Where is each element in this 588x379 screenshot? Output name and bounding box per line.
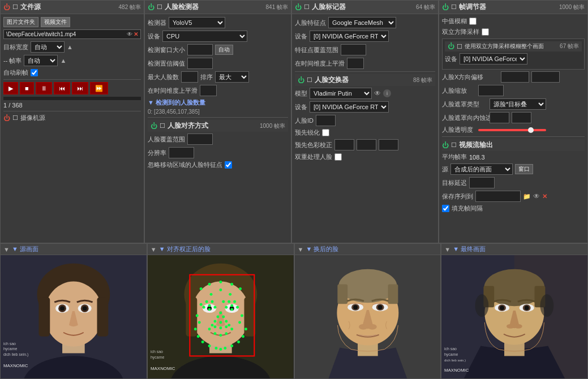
power-icon-camera[interactable]: ⏻ <box>3 114 10 122</box>
face-id-input[interactable]: 0 <box>316 115 336 126</box>
info-icon-model[interactable]: i <box>383 89 391 97</box>
scale-input[interactable]: 1.00 <box>478 85 504 96</box>
coverage-input[interactable]: 2.2 <box>187 133 213 145</box>
file-source-panel: ⏻ ☐ 文件源 482 帧率 图片文件夹 视频文件 \DeepFaceLive\… <box>0 0 144 243</box>
ignore-checkbox[interactable] <box>225 161 232 169</box>
checkbox-file[interactable]: ☐ <box>12 3 18 11</box>
eye-icon-file[interactable]: 👁 <box>127 31 132 37</box>
play-button[interactable]: ▶ <box>3 82 18 94</box>
checkbox-blur[interactable]: ☐ <box>457 43 462 50</box>
resolution-input[interactable]: 224 <box>169 147 194 158</box>
next-button[interactable]: ⏭ <box>72 82 88 94</box>
checkbox-swapper[interactable]: ☐ <box>307 76 312 84</box>
landmarks-select[interactable]: Google FaceMesh <box>328 17 396 28</box>
checkbox-align[interactable]: ☐ <box>160 122 165 130</box>
tab-image-folder[interactable]: 图片文件夹 <box>3 17 38 27</box>
bilateral-checkbox[interactable] <box>482 28 489 36</box>
collapse-arrow-source[interactable]: ▼ <box>3 246 10 253</box>
collapse-arrow-swapped[interactable]: ▼ <box>298 246 304 253</box>
power-icon-adjuster[interactable]: ⏻ <box>442 3 449 11</box>
auto-reload-checkbox[interactable] <box>31 69 38 76</box>
svg-text:ich sao: ich sao <box>3 342 16 346</box>
y-offset-input[interactable]: 0,000 <box>531 71 560 83</box>
smooth-input[interactable]: 1 <box>200 85 217 96</box>
color-g-input[interactable]: 1.00 <box>357 139 376 150</box>
close-icon-save[interactable]: ✕ <box>542 193 547 200</box>
opacity-label: 人脸透明度 <box>442 126 476 134</box>
power-icon-detector[interactable]: ⏻ <box>148 3 154 11</box>
window-size-input[interactable]: 128 <box>187 44 213 55</box>
svg-point-58 <box>208 328 211 330</box>
preview-swapped-header: ▼ ▼ 换后的脸 <box>295 244 441 255</box>
face-id-row: 人脸ID 0 <box>295 115 435 126</box>
color-r-input[interactable]: 1.00 <box>334 139 354 150</box>
power-icon-marker[interactable]: ⏻ <box>295 3 302 11</box>
smooth-label: 在时间维度上平滑 <box>148 87 198 95</box>
power-icon-stream[interactable]: ⏻ <box>442 141 449 149</box>
preview-aligned: ▼ ▼ 对齐权正后的脸 <box>147 243 294 379</box>
source-select[interactable]: 合成后的画面 <box>450 163 513 175</box>
eye-icon-save[interactable]: 👁 <box>533 192 540 200</box>
swapper-device-select[interactable]: [0] NVIDIA GeForce RTX <box>310 101 389 113</box>
power-icon-swapper[interactable]: ⏻ <box>298 76 304 84</box>
checkbox-camera[interactable]: ☐ <box>12 114 18 122</box>
threshold-input[interactable]: 0.50 <box>187 58 213 69</box>
target-width-spin-up[interactable]: ▲ <box>67 44 73 50</box>
prev-button[interactable]: ⏮ <box>54 82 70 94</box>
checkbox-stream[interactable]: ☐ <box>451 141 457 149</box>
face-type-select[interactable]: 源脸*目标叠 <box>490 98 546 110</box>
power-icon-align[interactable]: ⏻ <box>151 122 157 130</box>
svg-point-48 <box>222 316 225 318</box>
checkbox-marker[interactable]: ☐ <box>304 3 310 11</box>
marker-smooth-input[interactable]: 1 <box>347 58 364 69</box>
svg-point-74 <box>237 341 240 343</box>
stop-button[interactable]: ■ <box>20 82 34 94</box>
window-button[interactable]: 窗口 <box>515 164 533 174</box>
svg-point-98 <box>359 324 368 330</box>
opacity-slider[interactable] <box>478 129 546 131</box>
svg-point-114 <box>514 324 522 329</box>
model-select[interactable]: Vladimir Putin <box>310 88 372 99</box>
color-b-input[interactable]: 1.00 <box>379 139 398 150</box>
fps-spin-up[interactable]: ▲ <box>60 57 66 64</box>
power-icon-blur[interactable]: ⏻ <box>448 42 454 50</box>
max-faces-input[interactable]: 1 <box>181 71 198 83</box>
device-select[interactable]: CPU <box>162 31 247 42</box>
pre-sharpen-checkbox[interactable] <box>322 129 329 136</box>
collapse-arrow-aligned[interactable]: ▼ <box>151 246 157 253</box>
detector-select[interactable]: YoloV5 <box>169 17 225 28</box>
x-offset-input[interactable]: 0.000 <box>501 71 529 83</box>
tab-video-file[interactable]: 视频文件 <box>41 17 70 27</box>
median-checkbox[interactable] <box>469 18 477 25</box>
erosion-input[interactable]: 5 <box>490 112 509 123</box>
folder-icon[interactable]: 📁 <box>523 193 531 200</box>
fill-frames-checkbox[interactable] <box>442 205 449 212</box>
marker-device-select[interactable]: [0] NVIDIA GeForce RTX 3 <box>310 31 389 42</box>
pause-button[interactable]: ⏸ <box>36 82 52 94</box>
close-icon-file[interactable]: ✕ <box>134 31 138 37</box>
adj-device-select[interactable]: [0] NVIDIA GeForce <box>460 53 527 64</box>
svg-rect-91 <box>388 285 398 304</box>
double-checkbox[interactable] <box>334 153 342 161</box>
svg-text:hycame: hycame <box>444 352 458 357</box>
fps-select[interactable]: 自动 <box>24 55 58 66</box>
landmarks-label: 人脸特征点 <box>295 19 326 27</box>
auto-button-window[interactable]: 自动 <box>215 45 233 55</box>
delay-input[interactable]: 500 <box>469 177 495 188</box>
target-width-row: 目标宽度 自动 ▲ <box>3 41 141 53</box>
preview-swapped-body <box>295 255 441 378</box>
adj-device-row: 设备 [0] NVIDIA GeForce <box>445 53 582 64</box>
checkbox-detector[interactable]: ☐ <box>157 3 162 11</box>
checkbox-adjuster[interactable]: ☐ <box>451 3 457 11</box>
blur-input[interactable]: 25 <box>512 112 531 123</box>
range-input[interactable]: 1.3 <box>341 44 366 55</box>
collapse-arrow-result[interactable]: ▼ <box>444 246 450 253</box>
save-path-input[interactable]: ... <box>475 191 521 202</box>
svg-point-38 <box>213 306 216 309</box>
target-width-select[interactable]: 自动 <box>31 41 65 53</box>
sort-select[interactable]: 最大 <box>215 71 249 83</box>
forward-button[interactable]: ⏩ <box>90 82 108 94</box>
svg-point-39 <box>222 300 225 303</box>
power-icon-file[interactable]: ⏻ <box>3 3 10 11</box>
eye-icon-model[interactable]: 👁 <box>374 89 381 97</box>
